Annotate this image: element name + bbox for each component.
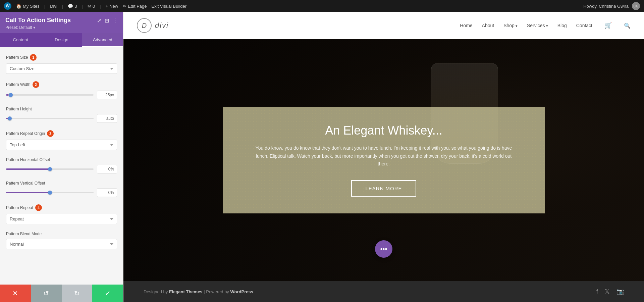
instagram-icon[interactable]: 📷 [616, 288, 624, 295]
redo-button[interactable]: ↻ [62, 285, 93, 302]
site-logo: D divi [137, 18, 169, 33]
badge-4: 4 [35, 204, 42, 211]
twitter-icon[interactable]: 𝕏 [605, 288, 610, 295]
howdy-text: Howdy, Christina Gwira [583, 4, 629, 9]
divi-link[interactable]: Divi [50, 4, 57, 9]
pattern-size-group: Pattern Size 1 Custom Size Cover Contain [6, 54, 117, 74]
nav-about[interactable]: About [482, 23, 494, 28]
panel-title: Call To Action Settings [5, 17, 71, 24]
pattern-vertical-offset-label: Pattern Vertical Offset [6, 181, 117, 186]
pattern-h-offset-track [6, 168, 94, 170]
edit-page-link[interactable]: ✏ Edit Page [123, 4, 147, 9]
nav-contact[interactable]: Contact [576, 23, 592, 28]
pattern-height-track [6, 118, 94, 119]
cta-box: An Elegant Whiskey... You do know, you d… [223, 107, 545, 213]
pattern-repeat-select[interactable]: Repeat Repeat X Repeat Y No Repeat Space… [6, 214, 117, 224]
nav-home[interactable]: Home [460, 23, 472, 28]
preview-area: D divi Home About Shop Services Blog Con… [123, 12, 644, 302]
badge-1: 1 [30, 54, 37, 61]
learn-more-button[interactable]: Learn More [351, 180, 416, 197]
panel-preset[interactable]: Preset: Default [5, 25, 71, 30]
nav-blog[interactable]: Blog [557, 23, 567, 28]
exit-visual-builder-link[interactable]: Exit Visual Builder [152, 4, 187, 9]
panel-tabs: Content Design Advanced [0, 33, 123, 47]
comments-link[interactable]: 💬 3 [68, 4, 77, 9]
wordpress-icon[interactable]: W [4, 2, 11, 10]
expand-icon[interactable]: ⤢ [97, 17, 101, 24]
new-link[interactable]: + New [106, 4, 118, 9]
pattern-h-offset-thumb[interactable] [48, 167, 52, 171]
save-button[interactable]: ✓ [92, 285, 123, 302]
pattern-repeat-origin-select[interactable]: Top Left Top Right Bottom Left Bottom Ri… [6, 140, 117, 150]
nav-links: Home About Shop Services Blog Contact 🛒 … [460, 22, 631, 29]
cart-icon[interactable]: 🛒 [604, 22, 612, 29]
nav-services[interactable]: Services [527, 23, 548, 28]
floating-action-button[interactable]: ••• [375, 240, 392, 258]
pattern-blend-mode-label: Pattern Blend Mode [6, 232, 117, 236]
footer-social: f 𝕏 📷 [596, 288, 624, 295]
pattern-width-track [6, 94, 94, 96]
search-icon[interactable]: 🔍 [624, 22, 631, 29]
pattern-height-label: Pattern Height [6, 107, 117, 111]
dots-icon: ••• [380, 245, 387, 253]
site-footer: Designed by Elegant Themes | Powered by … [123, 281, 644, 302]
nav-shop[interactable]: Shop [503, 23, 518, 28]
tab-content[interactable]: Content [0, 33, 41, 47]
tab-advanced[interactable]: Advanced [82, 33, 123, 47]
tab-design[interactable]: Design [41, 33, 82, 47]
pattern-h-offset-value[interactable] [97, 165, 117, 173]
pattern-height-group: Pattern Height [6, 107, 117, 123]
pattern-height-value[interactable] [97, 114, 117, 123]
pattern-width-thumb[interactable] [9, 93, 13, 97]
pattern-v-offset-track [6, 192, 94, 193]
logo-text: divi [155, 21, 169, 30]
pattern-size-select[interactable]: Custom Size Cover Contain [6, 63, 117, 74]
badge-3: 3 [47, 130, 54, 137]
hero-section: An Elegant Whiskey... You do know, you d… [123, 39, 644, 281]
logo-circle: D [137, 18, 152, 33]
messages-link[interactable]: ✉ 0 [88, 4, 95, 9]
site-nav: D divi Home About Shop Services Blog Con… [123, 12, 644, 39]
user-avatar: CG [632, 2, 640, 10]
pattern-horizontal-offset-group: Pattern Horizontal Offset [6, 157, 117, 173]
columns-icon[interactable]: ⊞ [105, 17, 109, 24]
reset-button[interactable]: ↺ [31, 285, 62, 302]
cta-text: You do know, you do know that they don't… [253, 144, 515, 168]
pattern-repeat-origin-group: Pattern Repeat Origin 3 Top Left Top Rig… [6, 130, 117, 150]
more-icon[interactable]: ⋮ [112, 17, 118, 24]
panel-body: Pattern Size 1 Custom Size Cover Contain… [0, 47, 123, 285]
pattern-blend-mode-select[interactable]: Normal Multiply Screen Overlay Darken Li… [6, 239, 117, 249]
admin-bar: W 🏠 My Sites | Divi | 💬 3 | ✉ 0 | + New … [0, 0, 644, 12]
badge-2: 2 [33, 81, 39, 88]
facebook-icon[interactable]: f [596, 288, 598, 295]
pattern-v-offset-thumb[interactable] [48, 191, 52, 195]
pattern-repeat-group: Pattern Repeat 4 Repeat Repeat X Repeat … [6, 204, 117, 224]
my-sites-link[interactable]: 🏠 My Sites [16, 4, 40, 9]
pattern-width-label: Pattern Width 2 [6, 81, 117, 88]
pattern-blend-mode-group: Pattern Blend Mode Normal Multiply Scree… [6, 232, 117, 249]
pattern-width-group: Pattern Width 2 [6, 81, 117, 99]
cancel-button[interactable]: ✕ [0, 285, 31, 302]
pattern-v-offset-value[interactable] [97, 188, 117, 197]
pattern-repeat-label: Pattern Repeat 4 [6, 204, 117, 211]
pattern-vertical-offset-group: Pattern Vertical Offset [6, 181, 117, 197]
footer-credit: Designed by Elegant Themes | Powered by … [144, 289, 253, 294]
settings-panel: Call To Action Settings Preset: Default … [0, 12, 123, 302]
cta-title: An Elegant Whiskey... [243, 123, 525, 138]
pattern-size-label: Pattern Size 1 [6, 54, 117, 61]
panel-header: Call To Action Settings Preset: Default … [0, 12, 123, 33]
pattern-horizontal-offset-label: Pattern Horizontal Offset [6, 157, 117, 162]
pattern-repeat-origin-label: Pattern Repeat Origin 3 [6, 130, 117, 137]
pattern-width-value[interactable] [97, 91, 117, 99]
main-layout: Call To Action Settings Preset: Default … [0, 12, 644, 302]
pattern-height-thumb[interactable] [8, 116, 12, 120]
panel-footer: ✕ ↺ ↻ ✓ [0, 285, 123, 302]
